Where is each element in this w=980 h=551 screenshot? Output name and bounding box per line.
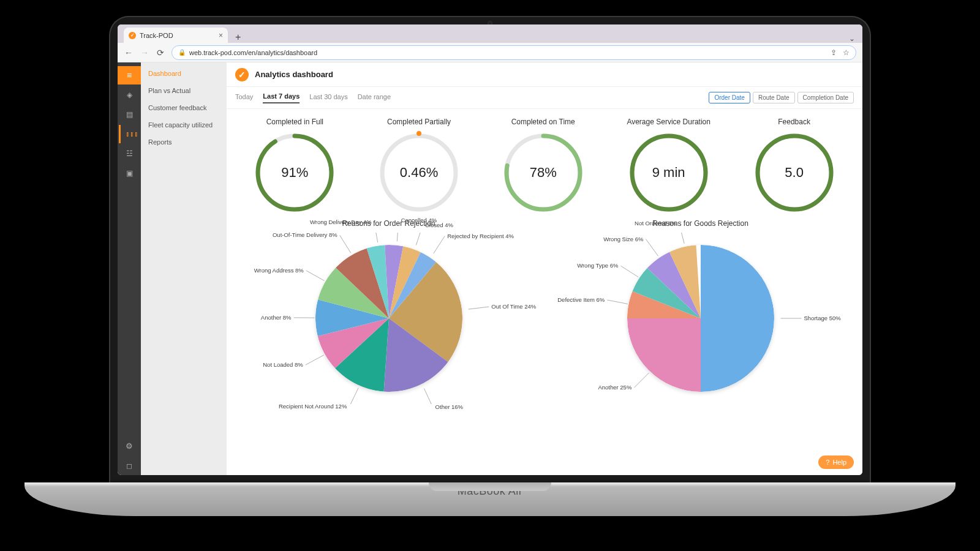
pill-route-date[interactable]: Route Date <box>753 92 795 103</box>
nav-forward-icon: → <box>140 48 149 58</box>
pill-order-date[interactable]: Order Date <box>709 92 750 103</box>
pie-slice-label: Recipient Not Around 12% <box>279 403 347 410</box>
gauge-card: Completed Partially 0.46% <box>379 118 459 213</box>
pie-slice-label: Wrong Delivery Day 4% <box>310 219 372 225</box>
browser-tab[interactable]: ✓ Track-POD × <box>124 28 228 43</box>
help-label: Help <box>832 459 846 466</box>
pie-chart: Reasons for Goods RejectionShortage 50%A… <box>545 219 856 473</box>
document-icon: ▤ <box>124 110 134 119</box>
sidenav-item-customer-feedback[interactable]: Customer feedback <box>141 99 227 116</box>
share-icon[interactable]: ⇪ <box>831 48 837 57</box>
help-icon: ? <box>826 459 829 466</box>
pie-slice-label: Wrong Size 6% <box>603 236 643 242</box>
pie-slice-label: Wrong Type 6% <box>577 262 618 269</box>
svg-line-17 <box>397 233 398 241</box>
gauge-title: Feedback <box>754 118 835 126</box>
app-logo-icon: ✓ <box>235 68 249 81</box>
svg-line-10 <box>424 388 432 404</box>
pie-chart: Reasons for Order RejectionOut Of Time 2… <box>233 219 545 473</box>
sidenav-item-dashboard[interactable]: Dashboard <box>141 65 227 82</box>
gauge-title: Completed Partially <box>379 118 459 126</box>
sidenav-item-fleet-capacity[interactable]: Fleet capacity utilized <box>141 116 227 133</box>
rail-item-orders2[interactable]: ☳ <box>118 144 141 163</box>
gauge-title: Average Service Duration <box>627 118 710 126</box>
laptop-frame: ✓ Track-POD × + ⌄ ← → ⟳ 🔒 web.track-pod.… <box>110 17 870 482</box>
pie-title: Reasons for Goods Rejection <box>545 219 856 228</box>
svg-line-16 <box>374 233 378 242</box>
gauge-ring: 0.46% <box>379 132 459 213</box>
icon-rail: ≡ ◈ ▤ ⫾⫾⫾ ☳ ▣ ⚙ <box>118 62 141 475</box>
url-actions: ⇪ ☆ <box>831 48 850 57</box>
pie-slice-label: Rejected by Recipient 4% <box>447 233 514 239</box>
pie-slice-label: Shortage 50% <box>804 315 841 321</box>
svg-line-11 <box>349 388 358 404</box>
pie-charts-row: Reasons for Order RejectionOut Of Time 2… <box>227 217 862 475</box>
svg-line-24 <box>646 239 658 257</box>
pie-slice-label: Another 8% <box>261 314 292 321</box>
pie-title: Reasons for Order Rejection <box>233 219 545 228</box>
browser-toolbar: ← → ⟳ 🔒 web.track-pod.com/en/analytics/d… <box>118 43 862 62</box>
range-tab-daterange[interactable]: Date range <box>358 93 391 103</box>
gear-icon: ⚙ <box>124 441 134 451</box>
pie-svg <box>315 245 462 392</box>
nav-reload-icon[interactable]: ⟳ <box>156 48 165 58</box>
bookmark-icon[interactable]: ☆ <box>843 48 850 57</box>
bar-chart-icon: ⫾⫾⫾ <box>126 129 135 139</box>
svg-line-14 <box>306 271 325 281</box>
laptop-base: MacBook Air <box>24 482 956 516</box>
sidenav-item-reports[interactable]: Reports <box>141 133 227 151</box>
lock-icon: 🔒 <box>178 49 186 56</box>
gauge-value: 5.0 <box>754 132 835 213</box>
pie-svg <box>627 245 774 392</box>
range-tab-last7[interactable]: Last 7 days <box>263 92 300 103</box>
sidenav-item-plan-vs-actual[interactable]: Plan vs Actual <box>141 82 227 99</box>
pill-completion-date[interactable]: Completion Date <box>797 92 854 103</box>
pie-slice-label: Not Loaded 8% <box>263 361 303 368</box>
tabs-overflow-icon[interactable]: ⌄ <box>849 34 862 43</box>
pie-slice-label: Other 16% <box>435 403 463 410</box>
new-tab-button[interactable]: + <box>232 32 244 43</box>
range-tab-today[interactable]: Today <box>235 93 253 103</box>
gauge-title: Completed in Full <box>254 118 335 126</box>
image-icon: ▣ <box>124 168 134 178</box>
svg-line-21 <box>634 373 649 388</box>
rail-item-analytics[interactable]: ⫾⫾⫾ <box>119 125 140 143</box>
gauge-ring: 9 min <box>628 132 709 213</box>
menu-icon: ≡ <box>124 70 134 80</box>
svg-line-15 <box>340 235 351 253</box>
rail-item-settings[interactable]: ⚙ <box>118 437 141 455</box>
rail-item-media[interactable]: ▣ <box>118 164 141 182</box>
gauge-value: 78% <box>503 132 584 213</box>
pie-slice-label: Out Of Time 24% <box>491 303 536 310</box>
nav-back-icon[interactable]: ← <box>124 48 134 58</box>
svg-line-22 <box>607 300 627 304</box>
gauge-ring: 5.0 <box>754 132 835 213</box>
screen: ✓ Track-POD × + ⌄ ← → ⟳ 🔒 web.track-pod.… <box>118 24 862 475</box>
gauge-card: Average Service Duration 9 min <box>627 118 710 213</box>
range-tab-last30[interactable]: Last 30 days <box>309 93 347 103</box>
rail-item-help[interactable]: ◻ <box>118 457 141 475</box>
rail-logo[interactable]: ≡ <box>118 66 141 84</box>
address-bar[interactable]: 🔒 web.track-pod.com/en/analytics/dashboa… <box>172 45 856 60</box>
tab-close-icon[interactable]: × <box>219 31 223 40</box>
app-root: ≡ ◈ ▤ ⫾⫾⫾ ☳ ▣ ⚙ <box>118 62 862 475</box>
pie-slice-label: Wrong Address 8% <box>254 267 304 274</box>
gauges-row: Completed in Full 91% Completed Partiall… <box>227 109 862 217</box>
gauge-value: 0.46% <box>379 132 459 213</box>
square-icon: ◻ <box>124 461 134 471</box>
favicon-icon: ✓ <box>129 32 136 39</box>
gauge-value: 9 min <box>628 132 709 213</box>
gauge-card: Completed in Full 91% <box>254 118 335 213</box>
gauge-title: Completed on Time <box>503 118 584 126</box>
side-nav: Dashboard Plan vs Actual Customer feedba… <box>141 62 227 475</box>
gauge-card: Completed on Time 78% <box>503 118 584 213</box>
gauge-card: Feedback 5.0 <box>754 118 835 213</box>
rail-item-routes[interactable]: ◈ <box>118 86 141 104</box>
svg-line-18 <box>416 233 423 245</box>
pie-slice-label: Another 25% <box>598 384 631 391</box>
help-button[interactable]: ? Help <box>818 455 854 469</box>
url-text: web.track-pod.com/en/analytics/dashboard <box>189 49 317 56</box>
svg-line-9 <box>469 307 489 309</box>
pie-slice-label: Not Ordered 6% <box>635 220 677 227</box>
rail-item-orders[interactable]: ▤ <box>118 105 141 124</box>
